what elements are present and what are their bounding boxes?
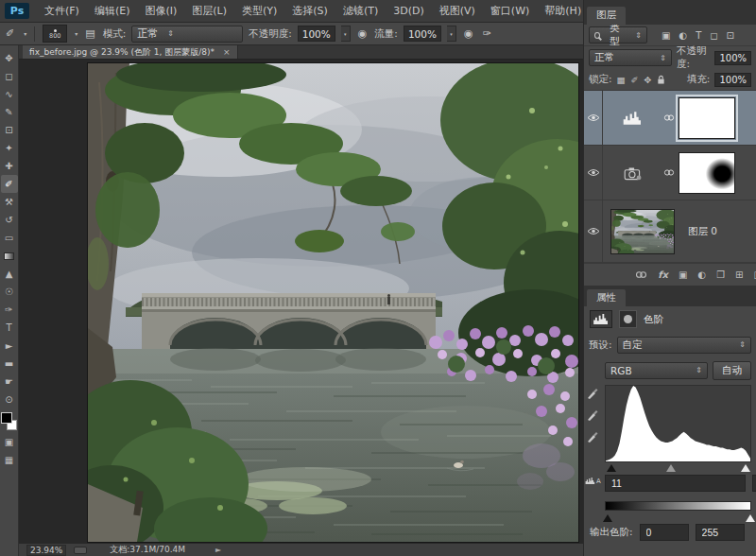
filter-pixel-layers-icon[interactable]: ▣ [662, 30, 670, 41]
foreground-color-swatch[interactable] [1, 412, 12, 424]
layer-blend-mode-select[interactable]: 正常 ⇕ [589, 49, 672, 66]
filter-shape-layers-icon[interactable]: ◻ [710, 30, 717, 41]
menu-file[interactable]: 文件(F) [37, 0, 87, 23]
layer-style-icon[interactable]: fx [658, 269, 668, 280]
close-icon[interactable]: × [223, 47, 231, 57]
airbrush-icon[interactable]: ◉ [462, 27, 475, 40]
lock-all-icon[interactable] [657, 75, 665, 85]
midtone-input-field[interactable] [752, 475, 756, 492]
black-point-eyedropper[interactable] [586, 387, 599, 400]
gray-point-eyedropper[interactable] [586, 408, 599, 422]
visibility-toggle[interactable] [584, 200, 603, 262]
color-swatches[interactable] [1, 412, 18, 433]
eraser-tool[interactable]: ▭ [1, 229, 18, 247]
menu-window[interactable]: 窗口(W) [483, 0, 537, 23]
layer-row-photo-filter[interactable] [584, 146, 756, 200]
menu-image[interactable]: 图像(I) [137, 0, 184, 23]
tab-properties[interactable]: 属性 [587, 289, 626, 307]
tablet-size-icon[interactable]: ✑ [481, 27, 493, 40]
type-tool[interactable]: T [1, 319, 18, 337]
highlight-input-slider[interactable] [741, 464, 750, 472]
preset-select[interactable]: 自定 ⇕ [617, 337, 751, 354]
layer-opacity-field[interactable]: 100% [714, 51, 751, 65]
screen-mode-button[interactable]: ▦ [1, 451, 18, 469]
menu-type[interactable]: 类型(Y) [234, 0, 284, 23]
lock-transparency-icon[interactable]: ▦ [617, 75, 626, 85]
new-group-icon[interactable]: ❒ [716, 269, 725, 280]
tablet-opacity-icon[interactable]: ◉ [356, 27, 369, 40]
lock-position-icon[interactable]: ✥ [644, 75, 652, 85]
filter-adjustment-layers-icon[interactable]: ◐ [679, 30, 687, 41]
opacity-field[interactable]: 100% [298, 26, 335, 42]
opacity-dropdown[interactable]: ▾ [341, 26, 351, 42]
shadow-input-slider[interactable] [607, 464, 616, 472]
layer-row-background[interactable]: 图层 0 [584, 200, 756, 263]
layer-mask-thumbnail[interactable] [679, 97, 735, 139]
photo-filter-adjustment-thumbnail[interactable] [603, 165, 663, 181]
move-tool[interactable]: ✥ [1, 49, 18, 67]
shape-tool[interactable]: ▬ [1, 355, 18, 373]
layer-image-thumbnail[interactable] [610, 209, 675, 254]
visibility-toggle[interactable] [584, 91, 603, 145]
gradient-tool[interactable] [1, 247, 18, 265]
menu-help[interactable]: 帮助(H) [537, 0, 589, 23]
channel-select[interactable]: RGB ⇕ [605, 362, 708, 379]
filter-smart-objects-icon[interactable]: ⊡ [727, 30, 734, 41]
visibility-toggle[interactable] [584, 146, 603, 200]
flow-dropdown[interactable]: ▾ [447, 26, 456, 42]
quick-selection-tool[interactable]: ✎ [1, 103, 18, 121]
link-layers-icon[interactable] [635, 270, 647, 279]
blend-mode-select[interactable]: 正常 ⇕ [131, 26, 243, 43]
blur-tool[interactable]: ▲ [1, 265, 18, 283]
brush-tool[interactable]: ✐ [1, 175, 18, 193]
menu-3d[interactable]: 3D(D) [386, 0, 432, 23]
filter-type-layers-icon[interactable]: T [696, 30, 701, 41]
layer-mask-thumbnail[interactable] [679, 152, 735, 194]
document-tab[interactable]: fix_before.jpg @ 23.9% (色阶 1, 图层蒙版/8)* × [23, 45, 238, 59]
midtone-input-slider[interactable] [666, 464, 676, 472]
hand-tool[interactable]: ☛ [1, 373, 18, 391]
zoom-level-field[interactable]: 23.94% [26, 545, 66, 556]
white-point-eyedropper[interactable] [586, 430, 599, 443]
fill-field[interactable]: 100% [714, 73, 751, 87]
menu-layer[interactable]: 图层(L) [184, 0, 234, 23]
brush-tool-icon[interactable]: ✐ [4, 27, 16, 40]
levels-adjustment-thumbnail[interactable] [603, 111, 663, 126]
spot-healing-tool[interactable]: ✚ [1, 157, 18, 175]
history-brush-tool[interactable]: ↺ [1, 211, 18, 229]
zoom-tool[interactable]: ⊙ [1, 391, 18, 408]
new-adjustment-icon[interactable]: ◐ [697, 269, 706, 280]
mask-properties-button[interactable] [619, 310, 637, 328]
new-layer-icon[interactable]: ⊞ [735, 269, 743, 280]
crop-tool[interactable]: ⊡ [1, 121, 18, 139]
add-mask-icon[interactable]: ▣ [679, 269, 687, 280]
lasso-tool[interactable]: ∿ [1, 85, 18, 103]
menu-view[interactable]: 视图(V) [432, 0, 483, 23]
levels-adjustment-button[interactable] [590, 310, 612, 328]
marquee-tool[interactable]: ◻ [1, 67, 18, 85]
output-shadow-field[interactable] [640, 524, 689, 541]
menu-select[interactable]: 选择(S) [284, 0, 335, 23]
tab-layers[interactable]: 图层 [587, 7, 626, 25]
shadow-input-field[interactable] [605, 475, 746, 492]
layer-name[interactable]: 图层 0 [688, 225, 717, 238]
quick-mask-button[interactable]: ▣ [1, 433, 18, 451]
brush-preset-picker[interactable]: 800 [43, 25, 67, 43]
status-menu-arrow-icon[interactable]: ► [215, 546, 221, 554]
flow-field[interactable]: 100% [404, 26, 441, 42]
dodge-tool[interactable]: ☉ [1, 283, 18, 301]
photo-canvas[interactable] [88, 63, 578, 542]
mask-link[interactable] [663, 113, 679, 122]
mask-link[interactable] [663, 168, 679, 177]
path-selection-tool[interactable]: ► [1, 337, 18, 355]
pen-tool[interactable]: ✑ [1, 301, 18, 319]
filter-kind-select[interactable]: 类型 ⇕ [589, 26, 647, 43]
menu-edit[interactable]: 编辑(E) [87, 0, 138, 23]
output-shadow-slider[interactable] [603, 514, 612, 522]
brush-panel-toggle-icon[interactable]: ▤ [83, 27, 96, 40]
layer-row-levels[interactable] [584, 91, 756, 146]
output-highlight-field[interactable] [696, 524, 745, 541]
eyedropper-tool[interactable]: ✦ [1, 139, 18, 157]
auto-button[interactable]: 自动 [713, 361, 751, 380]
clone-stamp-tool[interactable]: ⚒ [1, 193, 18, 211]
